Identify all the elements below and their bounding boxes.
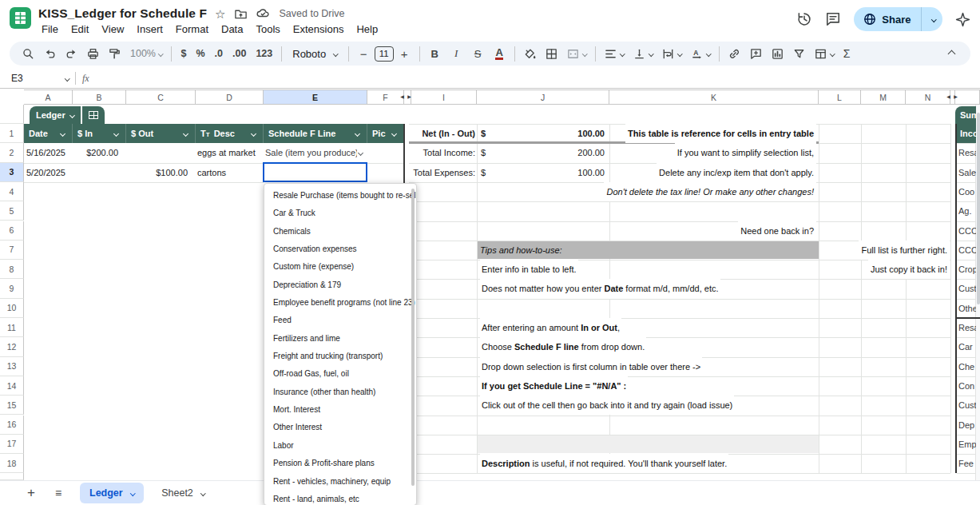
reference-note[interactable]: This table is reference for cells in ent…: [625, 124, 816, 143]
saved-to-drive-cloud-icon[interactable]: [256, 6, 270, 21]
decrease-decimals-button[interactable]: .0: [210, 43, 228, 64]
tip-note[interactable]: Choose Schedule F line from drop down.: [480, 337, 646, 356]
column-header-a[interactable]: A: [24, 89, 73, 105]
comment-history-icon[interactable]: [825, 11, 841, 27]
summary-expense-item[interactable]: Dep: [958, 416, 976, 435]
cell-e2[interactable]: Sale (item you produce): [265, 143, 366, 162]
row-header-3[interactable]: 3: [0, 163, 24, 182]
row-header-13[interactable]: 13: [0, 357, 24, 376]
total-label[interactable]: Total Expenses:: [411, 163, 475, 182]
tip-note[interactable]: After entering an amount In or Out,: [480, 318, 621, 337]
share-main[interactable]: Share: [854, 7, 920, 31]
sheets-logo[interactable]: [10, 7, 31, 32]
redo-button[interactable]: [61, 43, 82, 64]
ledger-header-pic[interactable]: Pic: [367, 124, 404, 143]
ledger-header-schedule[interactable]: Schedule F Line: [264, 124, 367, 143]
increase-decimals-button[interactable]: .00: [228, 43, 251, 64]
increase-font-size-button[interactable]: +: [394, 43, 415, 64]
text-color-button[interactable]: A: [489, 43, 510, 64]
total-currency[interactable]: $: [481, 124, 497, 143]
total-value[interactable]: 100.00: [527, 163, 605, 182]
row-header-9[interactable]: 9: [0, 279, 24, 298]
row-header-2[interactable]: 2: [0, 143, 24, 162]
reference-note[interactable]: If you want to simplify selection list,: [675, 143, 816, 162]
document-title[interactable]: KISS_Ledger for Schedule F: [38, 6, 207, 21]
column-header-n[interactable]: N: [906, 89, 950, 105]
table-views-button[interactable]: [810, 43, 839, 64]
undo-button[interactable]: [39, 43, 61, 64]
dropdown-item[interactable]: Feed: [264, 312, 416, 329]
ledger-header-out[interactable]: $ Out: [126, 124, 196, 143]
cell-d3[interactable]: cartons: [197, 163, 264, 182]
cell-d2[interactable]: eggs at market: [197, 143, 264, 162]
summary-income-item[interactable]: Crop: [958, 260, 976, 279]
functions-button[interactable]: Σ: [839, 43, 855, 64]
reference-note[interactable]: Need one back in?: [738, 221, 816, 241]
tip-note[interactable]: Does not matter how you enter Date forma…: [480, 279, 720, 298]
row-header-1[interactable]: 1: [0, 124, 24, 143]
row-header-18[interactable]: 18: [0, 454, 24, 473]
format-percent-button[interactable]: %: [191, 43, 209, 64]
hidden-columns-indicator[interactable]: ▶: [952, 93, 959, 101]
menu-data[interactable]: Data: [215, 21, 249, 38]
font-size-input[interactable]: 11: [375, 46, 394, 62]
total-currency[interactable]: $: [481, 143, 497, 162]
summary-header-income[interactable]: Inco: [957, 124, 976, 143]
row-header-5[interactable]: 5: [0, 201, 24, 221]
summary-income-item[interactable]: Resa: [958, 143, 976, 162]
text-rotation-button[interactable]: A: [686, 43, 715, 64]
row-header-16[interactable]: 16: [0, 416, 24, 435]
summary-income-item[interactable]: Othe: [958, 299, 976, 318]
summary-income-item[interactable]: CCC: [958, 221, 976, 241]
summary-income-item[interactable]: Coo: [958, 182, 976, 201]
dropdown-item[interactable]: Depreciation & 179: [264, 276, 416, 294]
reference-note[interactable]: Don't delete the tax line! Or make any o…: [604, 182, 816, 201]
ledger-chip-main[interactable]: Ledger: [30, 106, 81, 124]
summary-expense-item[interactable]: Fee: [958, 454, 976, 473]
tip-note[interactable]: Drop down selection is first column in t…: [480, 357, 702, 376]
dropdown-item[interactable]: Pension & Profit-share plans: [264, 455, 416, 472]
column-header-c[interactable]: C: [126, 89, 196, 105]
menu-file[interactable]: File: [35, 21, 65, 38]
move-folder-icon[interactable]: [234, 7, 248, 21]
total-value[interactable]: 100.00: [527, 124, 605, 143]
column-header-m[interactable]: M: [861, 89, 906, 105]
reference-note[interactable]: Delete any inc/exp item that don't apply…: [657, 163, 816, 182]
row-header-17[interactable]: 17: [0, 435, 24, 454]
column-header-i[interactable]: I: [411, 89, 477, 105]
table-icon-button[interactable]: [82, 106, 105, 124]
ledger-table-chip[interactable]: Ledger: [30, 106, 105, 124]
dropdown-item[interactable]: Conservation expenses: [264, 241, 416, 258]
column-header-e[interactable]: E: [264, 89, 367, 105]
dropdown-item[interactable]: Freight and trucking (transport): [264, 348, 416, 365]
text-wrap-button[interactable]: [657, 43, 686, 64]
menu-extensions[interactable]: Extensions: [287, 21, 351, 38]
row-header-7[interactable]: 7: [0, 241, 24, 260]
create-filter-button[interactable]: [788, 43, 810, 64]
summary-expense-item[interactable]: Cust: [958, 396, 976, 415]
cell-a3[interactable]: 5/20/2025: [26, 163, 69, 182]
total-currency[interactable]: $: [481, 163, 497, 182]
share-dropdown[interactable]: [922, 7, 943, 31]
dropdown-item[interactable]: Off-road Gas, fuel, oil: [264, 365, 416, 383]
total-label[interactable]: Total Income:: [411, 143, 475, 162]
summary-expense-item[interactable]: Resa: [958, 318, 976, 337]
paint-format-button[interactable]: [104, 43, 125, 64]
format-currency-button[interactable]: $: [176, 43, 191, 64]
summary-expense-item[interactable]: Emp: [958, 435, 976, 454]
insert-link-button[interactable]: [724, 43, 745, 64]
row-header-11[interactable]: 11: [0, 318, 24, 337]
summary-income-item[interactable]: Sale: [958, 163, 976, 182]
reference-note[interactable]: Full list is further right.: [859, 241, 950, 260]
column-header-j[interactable]: J: [477, 89, 609, 105]
dropdown-item[interactable]: Fertilizers and lime: [264, 330, 416, 348]
borders-button[interactable]: [541, 43, 562, 64]
tip-note[interactable]: Enter info in table to left.: [480, 260, 578, 279]
star-icon[interactable]: ☆: [215, 8, 225, 20]
summary-expense-item[interactable]: Con: [958, 376, 976, 396]
bold-button[interactable]: B: [424, 43, 446, 64]
row-header-14[interactable]: 14: [0, 376, 24, 396]
hidden-columns-indicator[interactable]: ▶: [406, 93, 413, 101]
summary-table-chip[interactable]: Sum: [955, 106, 976, 124]
cell-b2[interactable]: $200.00: [73, 143, 122, 162]
